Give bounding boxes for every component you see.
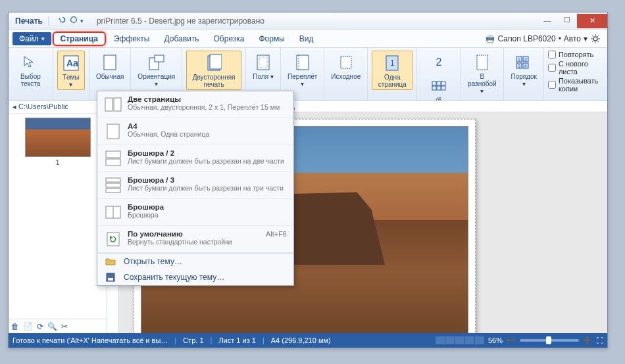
svg-rect-35 bbox=[114, 98, 121, 111]
left-toolbar: 🗑 📄 ⟳ 🔍 ✂ bbox=[9, 319, 107, 333]
crop-icon[interactable]: ✂ bbox=[61, 322, 68, 331]
theme-a4[interactable]: A4Обычная, Одна страница bbox=[97, 118, 293, 145]
tab-page[interactable]: Страница bbox=[53, 32, 106, 46]
qat-dropdown-icon[interactable]: ▾ bbox=[80, 18, 84, 24]
original-button[interactable]: Исходное bbox=[328, 51, 363, 81]
status-size: A4 (296.9,210 мм) bbox=[271, 336, 331, 344]
tab-forms[interactable]: Формы bbox=[252, 32, 291, 46]
svg-rect-39 bbox=[106, 178, 120, 182]
booklet-3-icon bbox=[104, 176, 122, 194]
svg-rect-44 bbox=[107, 233, 119, 246]
tab-view[interactable]: Вид bbox=[293, 32, 320, 46]
fullscreen-icon[interactable]: ⛶ bbox=[596, 336, 603, 344]
status-page: Стр. 1 bbox=[183, 336, 203, 344]
refresh-icon[interactable]: ⟳ bbox=[37, 322, 43, 331]
quick-access-toolbar: ▾ bbox=[53, 15, 89, 26]
undo-icon[interactable] bbox=[58, 15, 67, 26]
zoom-out-button[interactable]: ➖ bbox=[507, 336, 516, 345]
left-panel: C:\Users\Public 1 🗑 📄 ⟳ 🔍 ✂ bbox=[9, 101, 107, 333]
svg-rect-20 bbox=[437, 81, 441, 85]
themes-button[interactable]: AaТемы ▾ bbox=[57, 51, 85, 90]
file-menu[interactable]: Файл bbox=[12, 32, 51, 45]
theme-two-pages[interactable]: Две страницыОбычная, двусторонняя, 2 x 1… bbox=[97, 91, 293, 118]
titlebar: Печать ▾ priPrinter 6.5 - Desert.jpg не … bbox=[9, 12, 607, 30]
statusbar: Готово к печати ('Alt+X' Напечатать всё … bbox=[9, 333, 607, 348]
svg-text:Aa: Aa bbox=[66, 58, 78, 68]
open-theme[interactable]: Открыть тему… bbox=[97, 254, 293, 269]
tab-effects[interactable]: Эффекты bbox=[107, 32, 157, 46]
folder-open-icon bbox=[105, 256, 116, 267]
two-pages-icon bbox=[104, 95, 122, 114]
svg-point-0 bbox=[71, 17, 77, 23]
printer-selector[interactable]: Canon LBP6020• Авто▾ bbox=[485, 34, 603, 44]
svg-text:3: 3 bbox=[518, 64, 520, 68]
maximize-button[interactable]: ☐ bbox=[557, 14, 577, 27]
theme-default[interactable]: По умолчаниюВернуть стандартные настройк… bbox=[97, 226, 293, 253]
zoom-in-button[interactable]: ➕ bbox=[583, 336, 592, 345]
svg-point-4 bbox=[593, 37, 597, 41]
svg-rect-3 bbox=[488, 40, 493, 43]
tab-add[interactable]: Добавить bbox=[157, 32, 205, 46]
gear-icon[interactable] bbox=[590, 34, 601, 44]
tab-crop[interactable]: Обрезка bbox=[207, 32, 251, 46]
booklet-icon bbox=[104, 203, 122, 221]
svg-rect-21 bbox=[441, 81, 445, 85]
svg-rect-22 bbox=[432, 86, 436, 90]
svg-rect-19 bbox=[432, 81, 436, 85]
minimize-button[interactable]: — bbox=[538, 14, 557, 27]
svg-rect-37 bbox=[106, 151, 120, 158]
menubar: Файл Страница Эффекты Добавить Обрезка Ф… bbox=[9, 30, 607, 48]
view-mode-buttons[interactable] bbox=[436, 336, 484, 344]
print-label[interactable]: Печать bbox=[12, 16, 49, 26]
svg-rect-2 bbox=[488, 35, 493, 37]
copy-icon[interactable]: 📄 bbox=[23, 322, 33, 331]
theme-booklet-3[interactable]: Брошюра / 3Лист бумаги должен быть разре… bbox=[97, 172, 293, 199]
theme-booklet-2[interactable]: Брошюра / 2Лист бумаги должен быть разре… bbox=[97, 145, 293, 172]
search-icon[interactable]: 🔍 bbox=[47, 322, 57, 331]
close-button[interactable]: ✕ bbox=[577, 14, 607, 28]
svg-rect-23 bbox=[437, 86, 441, 90]
printer-icon bbox=[485, 34, 495, 44]
orientation-button[interactable]: Ориентация ▾ bbox=[135, 51, 178, 89]
layout-2-button[interactable]: 2 bbox=[426, 51, 452, 74]
save-icon bbox=[105, 272, 116, 283]
status-sheet: Лист 1 из 1 bbox=[218, 336, 256, 344]
normal-button[interactable]: Обычная bbox=[93, 51, 126, 81]
save-theme[interactable]: Сохранить текущую тему… bbox=[97, 269, 293, 285]
svg-rect-38 bbox=[106, 159, 120, 166]
theme-booklet[interactable]: БрошюраБрошюра bbox=[97, 199, 293, 226]
page-thumbnail[interactable] bbox=[25, 118, 91, 157]
svg-rect-11 bbox=[210, 55, 222, 69]
svg-text:1: 1 bbox=[518, 57, 520, 62]
booklet-2-icon bbox=[104, 149, 122, 168]
binding-button[interactable]: Переплёт ▾ bbox=[285, 51, 320, 89]
svg-rect-40 bbox=[106, 183, 120, 187]
svg-rect-16 bbox=[341, 57, 351, 68]
svg-rect-7 bbox=[104, 55, 116, 70]
svg-rect-9 bbox=[155, 55, 164, 62]
svg-rect-24 bbox=[441, 86, 445, 90]
spread-button[interactable]: В разнобой ▾ bbox=[464, 51, 499, 96]
breadcrumb[interactable]: C:\Users\Public bbox=[9, 101, 107, 114]
themes-dropdown: Две страницыОбычная, двусторонняя, 2 x 1… bbox=[97, 91, 294, 286]
redo-icon[interactable] bbox=[69, 15, 78, 26]
text-select-button[interactable]: Выбор текста bbox=[12, 51, 49, 89]
svg-rect-25 bbox=[477, 55, 488, 70]
zoom-slider[interactable] bbox=[520, 339, 579, 342]
thumbnail-label: 1 bbox=[55, 158, 59, 166]
newsheet-checkbox[interactable]: С нового листа bbox=[548, 60, 603, 76]
svg-rect-34 bbox=[105, 98, 113, 111]
ribbon-options: Повторять С нового листа Показывать копи… bbox=[544, 48, 607, 100]
onepage-button[interactable]: 1Одна страница bbox=[372, 51, 413, 90]
default-icon bbox=[104, 230, 122, 248]
delete-icon[interactable]: 🗑 bbox=[11, 322, 19, 331]
margins-button[interactable]: Поля ▾ bbox=[250, 51, 276, 81]
order-button[interactable]: 1234Порядок ▾ bbox=[508, 51, 539, 89]
repeat-checkbox[interactable]: Повторять bbox=[548, 51, 603, 58]
showcopies-checkbox[interactable]: Показывать копии bbox=[548, 77, 603, 93]
zoom-value: 56% bbox=[488, 336, 503, 344]
duplex-button[interactable]: Двусторонняя печать bbox=[186, 51, 241, 90]
status-ready: Готово к печати ('Alt+X' Напечатать всё … bbox=[12, 336, 168, 344]
svg-rect-36 bbox=[107, 124, 119, 139]
a4-icon bbox=[104, 122, 122, 141]
